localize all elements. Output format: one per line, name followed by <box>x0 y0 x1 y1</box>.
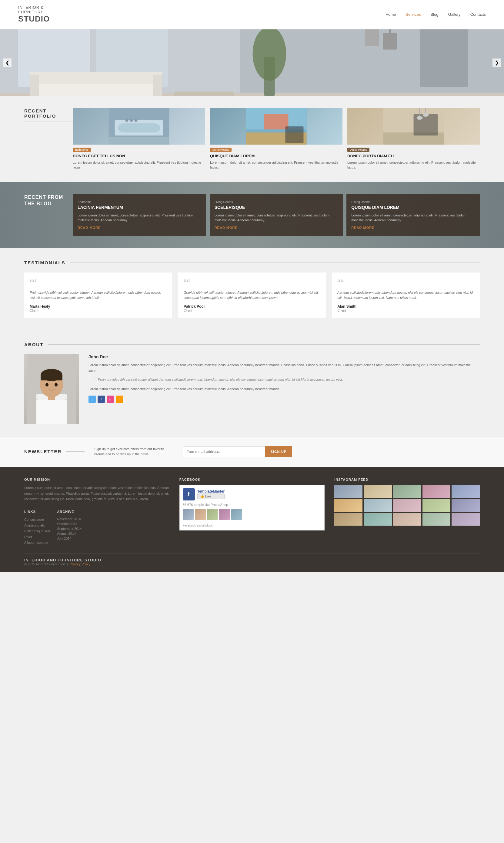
blog-desc-1: Lorem ipsum dolor sit amet, consectetuer… <box>77 213 201 223</box>
portfolio-image-3 <box>347 108 480 145</box>
svg-point-21 <box>130 119 133 122</box>
newsletter-title: NEWSLETTER <box>24 449 85 454</box>
testimonial-role-1: Client <box>30 309 167 312</box>
portfolio-thumb-2 <box>210 108 342 145</box>
blog-content: RECENT FROMTHE BLOG Bedrooms LACINIA FER… <box>24 194 480 236</box>
blog-read-more-2[interactable]: READ MORE <box>215 226 238 230</box>
dribbble-icon[interactable]: d <box>107 396 114 403</box>
blog-read-more-3[interactable]: READ MORE <box>351 226 374 230</box>
archive-link-1[interactable]: November 2014 <box>57 517 80 521</box>
logo-line3: STUDIO <box>18 15 50 24</box>
blog-title-3: QUISQUE DIAM LOREM <box>351 205 475 210</box>
blog-cards: Bedrooms LACINIA FERMENTUM Lorem ipsum d… <box>73 194 480 236</box>
blog-desc-3: Lorem ipsum dolor sit amet, consectetuer… <box>351 213 475 223</box>
testimonial-text-1: Proin gravida nibh vel velit auctor aliq… <box>30 290 167 301</box>
svg-rect-9 <box>174 92 234 96</box>
svg-rect-8 <box>153 75 162 96</box>
svg-rect-15 <box>383 33 397 49</box>
portfolio-item: Dining Rooms DONEC PORTA DIAM EU Lorem i… <box>347 108 480 170</box>
insta-thumb-11[interactable] <box>334 513 362 526</box>
fb-avatar-5 <box>231 509 242 520</box>
footer-link-5[interactable]: Aliquam congue <box>24 541 48 544</box>
footer-grid: OUR MISSION Lorem ipsum dolor sit amet, … <box>24 478 480 546</box>
instagram-grid <box>334 485 480 526</box>
portfolio-badge-1: Bathrooms <box>73 148 91 152</box>
insta-thumb-5[interactable] <box>452 485 480 498</box>
nav-services[interactable]: Services <box>406 12 421 17</box>
footer-facebook-title: FACEBOOK <box>179 478 325 481</box>
svg-rect-26 <box>264 114 289 129</box>
insta-thumb-1[interactable] <box>334 485 362 498</box>
social-icons: t f d r <box>89 396 480 403</box>
blog-cat-2: Living Rooms <box>215 200 338 204</box>
insta-thumb-10[interactable] <box>452 499 480 512</box>
svg-rect-42 <box>36 400 67 424</box>
newsletter-form: SIGN-UP <box>183 446 292 457</box>
rss-icon[interactable]: r <box>116 396 123 403</box>
twitter-icon[interactable]: t <box>89 396 96 403</box>
portfolio-item: Living Rooms QUISQUE DIAM LOREM Lorem ip… <box>210 108 342 170</box>
portfolio-split: RECENT PORTFOLIO Bathrooms <box>24 108 480 170</box>
insta-thumb-7[interactable] <box>364 499 392 512</box>
privacy-policy-link[interactable]: Privacy Policy <box>70 562 90 566</box>
blog-read-more-1[interactable]: READ MORE <box>77 226 101 230</box>
fb-like-button[interactable]: 👍 Like <box>197 494 224 499</box>
portfolio-badge-3: Dining Rooms <box>347 148 370 152</box>
insta-thumb-4[interactable] <box>422 485 451 498</box>
footer-link-3[interactable]: Pellentesque sed <box>24 529 50 533</box>
insta-thumb-13[interactable] <box>393 513 421 526</box>
archive-link-2[interactable]: October 2014 <box>57 522 77 526</box>
footer-mission-col: OUR MISSION Lorem ipsum dolor sit amet, … <box>24 478 170 546</box>
footer-link-2[interactable]: Adipiscing elit <box>24 523 44 527</box>
newsletter-signup-button[interactable]: SIGN-UP <box>265 446 292 457</box>
testimonial-role-2: Client <box>184 309 321 312</box>
newsletter-email-input[interactable] <box>183 446 265 457</box>
insta-thumb-12[interactable] <box>364 513 392 526</box>
facebook-widget: f TemplateMaster 👍 Like 36,676 people li… <box>179 485 325 531</box>
fb-logo-icon: f <box>183 488 195 500</box>
portfolio-desc-1: Lorem ipsum dolor sit amet, consectetuer… <box>73 160 205 170</box>
about-bio-1: Lorem ipsum dolor sit amet, consectetuer… <box>89 362 480 374</box>
footer-link-1[interactable]: Consectetuer <box>24 518 44 521</box>
logo: INTERIOR & FURNITURE STUDIO <box>18 5 50 24</box>
footer-brand-name: INTERIOR AND FURNITURE STUDIO <box>24 558 101 562</box>
slider-prev[interactable]: ❮ <box>3 58 12 67</box>
hero-image <box>0 30 504 96</box>
svg-rect-28 <box>286 126 304 143</box>
insta-thumb-3[interactable] <box>393 485 421 498</box>
slider-next[interactable]: ❯ <box>492 58 501 67</box>
nav-home[interactable]: Home <box>385 12 396 17</box>
quote-mark-2: ““ <box>184 278 321 288</box>
svg-rect-41 <box>48 396 55 400</box>
portfolio-title-2: QUISQUE DIAM LOREM <box>210 154 342 158</box>
archive-link-5[interactable]: July 2014 <box>57 537 71 540</box>
nav-contacts[interactable]: Contacts <box>470 12 486 17</box>
svg-point-43 <box>46 383 49 387</box>
nav-gallery[interactable]: Gallery <box>448 12 461 17</box>
site-header: INTERIOR & FURNITURE STUDIO Home Service… <box>0 0 504 30</box>
insta-thumb-15[interactable] <box>452 513 480 526</box>
insta-thumb-9[interactable] <box>422 499 451 512</box>
site-footer: OUR MISSION Lorem ipsum dolor sit amet, … <box>0 467 504 572</box>
about-title: ABOUT <box>24 342 480 347</box>
insta-thumb-2[interactable] <box>364 485 392 498</box>
footer-link-item: Aliquam congue <box>24 540 50 545</box>
archive-link-4[interactable]: August 2014 <box>57 532 76 535</box>
portfolio-title: RECENT PORTFOLIO <box>24 108 73 119</box>
fb-avatar-4 <box>219 509 230 520</box>
nav-blog[interactable]: Blog <box>430 12 438 17</box>
insta-thumb-6[interactable] <box>334 499 362 512</box>
footer-links-section: LINKS Consectetuer Adipiscing elit Pelle… <box>24 506 170 546</box>
footer-link-4[interactable]: Dolor <box>24 535 32 539</box>
footer-rights: © 2015 All Rights Reserved | Privacy Pol… <box>24 562 101 566</box>
newsletter-desc: Sign up to get exclusive offers from our… <box>94 447 173 456</box>
svg-rect-7 <box>30 75 39 96</box>
portfolio-section: RECENT PORTFOLIO Bathrooms <box>0 96 504 182</box>
testimonials-section: TESTIMONIALS ““ Proin gravida nibh vel v… <box>0 248 504 330</box>
insta-thumb-14[interactable] <box>422 513 451 526</box>
archive-item: October 2014 <box>57 522 82 526</box>
facebook-icon[interactable]: f <box>97 396 105 403</box>
archive-link-3[interactable]: September 2014 <box>57 527 82 531</box>
testimonial-author-3: Alan Smith <box>337 304 474 309</box>
insta-thumb-8[interactable] <box>393 499 421 512</box>
